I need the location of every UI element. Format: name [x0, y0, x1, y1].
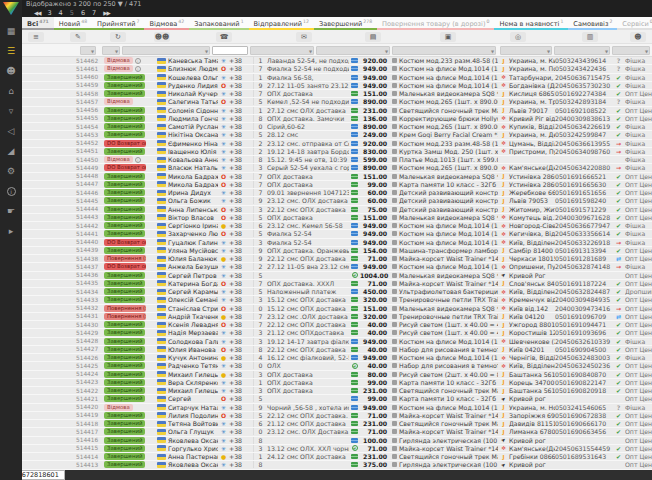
table-row[interactable]: 514458ЗавершенийНиколай Кучеренко✳+387ОП…	[22, 90, 652, 98]
tab-Прийнятий[interactable]: Прийнятий7	[92, 17, 144, 30]
table-row[interactable]: 514454ЗавершенийСамотій Руслана Во..✳+38…	[22, 123, 652, 131]
table-row[interactable]: 514427ЗавершенийЮлия ИвановаO+38822.12 с…	[22, 346, 652, 354]
phone-number[interactable]: +38	[229, 272, 254, 279]
product-column-icon[interactable]: ▣	[440, 32, 456, 42]
page-button-6[interactable]: 6	[81, 9, 85, 18]
phone-number[interactable]: +38	[229, 387, 254, 394]
tab-Сервіси[interactable]: Сервіси0	[617, 17, 652, 30]
table-row[interactable]: 514459ЗавершенийРуденко Лидия Пав..O+389…	[22, 82, 652, 90]
comment-column-icon[interactable]: ✉	[296, 32, 312, 42]
tab-Відмова[interactable]: Відмова42	[144, 17, 189, 30]
phone-number[interactable]: +38	[229, 354, 254, 361]
table-row[interactable]: 514450ВідмоваiКовальова Анна✳+38815.12. …	[22, 156, 652, 164]
filter-dropdown-0[interactable]: ▼	[80, 46, 96, 55]
filter-dropdown-8[interactable]: ▼	[554, 46, 610, 55]
table-row[interactable]: 514421ЗавершенийСергейO+38599.00Карта па…	[22, 395, 652, 403]
table-row[interactable]: 514417ЗавершенийОльга Глущук✳+38023.12 с…	[22, 428, 652, 436]
phone-number[interactable]: +38	[229, 420, 254, 427]
table-row[interactable]: 514430ЗавершенийКсенія ЛевадняяO+38722.1…	[22, 321, 652, 329]
table-row[interactable]: 514446ЗавершенийИрина Дидух✳+38709.01 зв…	[22, 189, 652, 197]
phone-number[interactable]: +38	[229, 338, 254, 345]
phone-number[interactable]: +38	[229, 140, 254, 147]
warehouse-icon[interactable]: ⌂	[2, 83, 20, 99]
orders-list-icon[interactable]: ☰	[2, 43, 20, 59]
video-icon[interactable]: ▸	[2, 223, 20, 239]
table-row[interactable]: 514434ЗавершенийСергей Карамышев✳+385Нал…	[22, 288, 652, 296]
table-row[interactable]: 514423ЗавершенийВера Скляренко✳+381ОПХ д…	[22, 379, 652, 387]
phone-number[interactable]: +38	[229, 107, 254, 114]
cart-icon[interactable]: ▿	[2, 103, 20, 119]
phone-number[interactable]: +38	[229, 379, 254, 386]
page-button-5[interactable]: 5	[70, 9, 74, 18]
table-row[interactable]: 514460ЗавершенийКошелева Ольга Ар..✳+381…	[22, 74, 652, 82]
phone-number[interactable]: +38	[229, 74, 254, 81]
tab-Самовивіз[interactable]: Самовивіз2	[568, 17, 617, 30]
table-row[interactable]: 514447ЗавершенийМикола БадражанO+387ОПХ …	[22, 181, 652, 189]
phone-number[interactable]: +38	[229, 280, 254, 287]
filter-dropdown-2[interactable]: ▼	[122, 46, 210, 55]
phone-number[interactable]: +38	[229, 437, 254, 444]
table-row[interactable]: 514441ЗавершенийЗахарченко ЛюбаO+385Фиал…	[22, 230, 652, 238]
table-row[interactable]: 514445ЗавершенийОльга Божик✳+38923.12 см…	[22, 197, 652, 205]
app-logo-icon[interactable]	[3, 2, 19, 15]
table-row[interactable]: 514462ВідмоваiКаневська Тамара ..✳+381Ла…	[22, 57, 652, 65]
table-row[interactable]: 514428ЗавершенийСолодкова Галина В..✳+38…	[22, 338, 652, 346]
stats-icon[interactable]: ◢	[2, 143, 20, 159]
table-row[interactable]: 514415ЗавершенийГоргулько Христина..✳+38…	[22, 445, 652, 453]
phone-number[interactable]: +38	[229, 239, 254, 246]
phone-number[interactable]: +38	[229, 346, 254, 353]
address-column-icon[interactable]: ◎	[510, 32, 526, 42]
megaphone-icon[interactable]: ◁	[2, 123, 20, 139]
phone-number[interactable]: +38	[229, 321, 254, 328]
phone-number[interactable]: +38	[229, 148, 254, 155]
table-row[interactable]: 514439ЗавершенийУляна Мусійовська✳+389ОП…	[22, 247, 652, 255]
phone-number[interactable]: +38	[229, 263, 254, 270]
phone-number[interactable]: +38	[229, 445, 254, 452]
table-row[interactable]: 514437DO Возврат ок..Анжела Безушку✳+382…	[22, 263, 652, 271]
phone-number[interactable]: +38	[229, 173, 254, 180]
tracking-column-icon[interactable]: ▥	[582, 32, 598, 42]
table-row[interactable]: 514416ЗавершенийЯковлева Оксана✳+388100.…	[22, 437, 652, 445]
menu-icon[interactable]: ≡	[28, 32, 44, 42]
filter-text-input[interactable]	[212, 46, 248, 55]
phone-number[interactable]: +38	[229, 247, 254, 254]
table-row[interactable]: 514418ЗавершенийТетяна Войтович✳+38621.1…	[22, 420, 652, 428]
tab-Відправлений[interactable]: Відправлений12	[249, 17, 314, 30]
phone-number[interactable]: +38	[229, 461, 254, 468]
table-row[interactable]: 514436ЗавершенийСергей Петров✳+385₴1004.…	[22, 272, 652, 280]
phone-number[interactable]: +38	[229, 230, 254, 237]
table-row[interactable]: 514449DO Возврат ок..Власюк Наталья✳+383…	[22, 164, 652, 172]
table-row[interactable]: 514457ВідмоваСалегина Татьяна С..O+385Ке…	[22, 98, 652, 106]
phone-number[interactable]: +38	[229, 98, 254, 105]
phone-number[interactable]: +38	[229, 90, 254, 97]
phone-number[interactable]: +38	[229, 206, 254, 213]
table-row[interactable]: 514461ВідмоваiБлизнюк Людмила ..O+387Фиа…	[22, 65, 652, 73]
settings-icon[interactable]: ⚙	[2, 163, 20, 179]
table-row[interactable]: 514443ЗавершенийВіктор ВласовO+385ОПХ до…	[22, 214, 652, 222]
phone-number[interactable]: +38	[229, 214, 254, 221]
phone-number[interactable]: +38	[229, 362, 254, 369]
phone-number[interactable]: +38	[229, 115, 254, 122]
phone-number[interactable]: +38	[229, 305, 254, 312]
status-column-icon[interactable]: ✎	[70, 32, 86, 42]
phone-number[interactable]: +38	[229, 288, 254, 295]
table-row[interactable]: 514440DO Возврат ок..Гуцалюк Галина✳+383…	[22, 239, 652, 247]
table-row[interactable]: 514444ЗавершенийАнна ЛипенськаO+38322.12…	[22, 206, 652, 214]
client-column-icon[interactable]: ☻☻	[154, 32, 170, 42]
filter-dropdown-4[interactable]: ▼	[250, 46, 314, 55]
table-row[interactable]: 514429ЗавершенийНадія Мерзаева✳+38321.12…	[22, 329, 652, 337]
tab-Всі[interactable]: Всі471	[22, 17, 54, 30]
info-icon[interactable]: i	[2, 183, 20, 199]
phone-number[interactable]: +38	[229, 404, 254, 411]
tab-Завершений[interactable]: Завершений278	[314, 17, 377, 30]
last-page-button[interactable]: ▶▶	[103, 9, 109, 18]
filter-dropdown-9[interactable]: ▼	[612, 46, 650, 55]
info-icon[interactable]: i	[135, 157, 141, 163]
table-row[interactable]: 514433ЗавершенийОлексій Семанін✳+38315.1…	[22, 296, 652, 304]
phone-number[interactable]: +38	[229, 65, 254, 72]
phone-number[interactable]: +38	[229, 222, 254, 229]
phone-number[interactable]: +38	[229, 412, 254, 419]
filter-dropdown-7[interactable]: ▼	[500, 46, 552, 55]
tab-Новий[interactable]: Новий48	[54, 17, 92, 30]
phone-number[interactable]: +38	[229, 123, 254, 130]
